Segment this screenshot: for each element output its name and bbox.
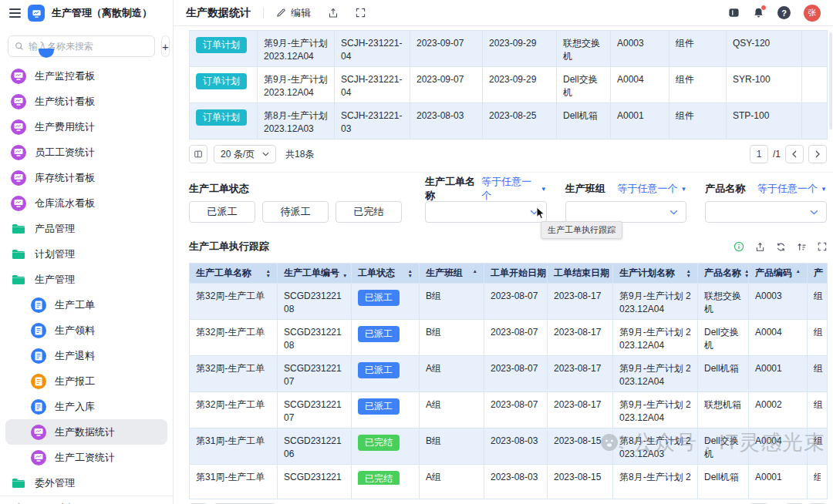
info-icon[interactable] bbox=[734, 241, 744, 252]
column-header-6[interactable]: 生产计划名称▲▼ bbox=[613, 264, 698, 284]
operator-dropdown[interactable]: 等于任意一个▼ bbox=[617, 182, 686, 196]
scrollbar[interactable] bbox=[829, 32, 832, 129]
cell: 已派工 bbox=[352, 320, 420, 356]
team-select[interactable] bbox=[565, 201, 687, 223]
search-input-box[interactable] bbox=[8, 35, 155, 57]
sort-icon[interactable]: ▲▼ bbox=[796, 269, 801, 278]
dashboard-icon bbox=[11, 170, 26, 186]
column-header-2[interactable]: 工单状态▲▼ bbox=[352, 264, 420, 284]
sidebar-item-label: 生产管理 bbox=[35, 273, 75, 287]
sort-icon[interactable]: ▲▼ bbox=[266, 269, 271, 278]
document-icon bbox=[31, 348, 46, 364]
sort-icon[interactable]: ▲▼ bbox=[473, 269, 477, 278]
column-header-3[interactable]: 生产班组▲▼ bbox=[420, 264, 484, 284]
status-filter-completed[interactable]: 已完结 bbox=[336, 201, 402, 223]
sidebar-item-outsourcing-mgmt[interactable]: 委外管理 bbox=[0, 470, 173, 496]
sidebar-item-work-report[interactable]: 生产报工 bbox=[0, 368, 173, 394]
cell: 2023-09-29 bbox=[483, 67, 557, 103]
column-header-5[interactable]: 工单结束日期▲▼ bbox=[548, 264, 613, 284]
sidebar-item-inventory-board[interactable]: 库存统计看板 bbox=[0, 165, 173, 190]
order-table-row[interactable]: 第32周-生产工单SCGD23122108已派工B组2023-08-072023… bbox=[190, 320, 828, 356]
current-page[interactable]: 1 bbox=[750, 145, 768, 163]
fullscreen-icon[interactable] bbox=[356, 8, 366, 18]
operator-dropdown[interactable]: 等于任意一个▼ bbox=[757, 182, 827, 196]
order-name-select[interactable] bbox=[425, 201, 547, 223]
sidebar-menu: 生产监控看板生产统计看板生产费用统计员工工资统计库存统计看板仓库流水看板产品管理… bbox=[0, 63, 173, 504]
export-icon[interactable] bbox=[755, 242, 765, 252]
sort-icon[interactable]: ▲▼ bbox=[408, 269, 413, 278]
status-filter-pending[interactable]: 待派工 bbox=[262, 201, 329, 223]
filter-bar: 生产工单状态 已派工 待派工 已完结 生产工单名称 等于任意一个▼ bbox=[189, 182, 827, 223]
cell: 组 bbox=[808, 284, 828, 320]
menu-toggle-icon[interactable] bbox=[9, 8, 21, 18]
sidebar-item-plan-mgmt[interactable]: 计划管理 bbox=[0, 241, 173, 267]
notifications-bell-icon[interactable] bbox=[753, 7, 764, 18]
plan-table-row[interactable]: 订单计划第9月-生产计划 2023.12A04SCJH-231221-04202… bbox=[190, 31, 828, 67]
sidebar-item-production-inbound[interactable]: 生产入库 bbox=[0, 394, 173, 419]
sidebar-item-material-request[interactable]: 生产领料 bbox=[0, 318, 173, 343]
pencil-icon bbox=[276, 8, 286, 18]
column-header-9[interactable]: 产▲▼ bbox=[808, 264, 828, 284]
sidebar-item-cost-stats[interactable]: 生产费用统计 bbox=[0, 114, 173, 139]
column-header-8[interactable]: 产品编码▲▼ bbox=[749, 264, 808, 284]
cell: 2023-08-07 bbox=[484, 320, 548, 356]
order-table-row[interactable]: 第32周-生产工单SCGD23122107已派工A组2023-08-072023… bbox=[190, 392, 828, 428]
page-size-select[interactable]: 20 条/页 bbox=[214, 145, 276, 163]
cell: Dell机箱 bbox=[698, 356, 749, 392]
sort-icon[interactable]: ▲▼ bbox=[686, 269, 691, 278]
sidebar-item-production-mgmt[interactable]: 生产管理 bbox=[0, 267, 173, 292]
panel-toggle-icon[interactable] bbox=[728, 7, 740, 18]
sidebar-item-product-mgmt[interactable]: 产品管理 bbox=[0, 216, 173, 241]
cell: 联想交换机 bbox=[557, 31, 611, 67]
sidebar-item-production-salary-stats[interactable]: 生产工资统计 bbox=[0, 445, 173, 470]
order-table-row[interactable]: 第31周-生产工单SCGD23122105已完结A组2023-08-032023… bbox=[190, 465, 828, 499]
sidebar-item-salary-stats[interactable]: 员工工资统计 bbox=[0, 139, 173, 165]
sidebar-item-material-return[interactable]: 生产退料 bbox=[0, 343, 173, 368]
edit-button[interactable]: 编辑 bbox=[276, 6, 311, 20]
order-table-row[interactable]: 第31周-生产工单SCGD23122106已完结B组2023-08-032023… bbox=[190, 428, 828, 465]
sort-icon[interactable]: ▲▼ bbox=[342, 269, 347, 278]
order-table-row[interactable]: 第32周-生产工单SCGD23122107已派工A组2023-08-072023… bbox=[190, 356, 828, 392]
help-icon[interactable]: ? bbox=[777, 6, 791, 19]
operator-dropdown[interactable]: 等于任意一个▼ bbox=[481, 175, 546, 203]
column-header-1[interactable]: 生产工单编号▲▼ bbox=[278, 264, 352, 284]
cell: Dell交换机 bbox=[557, 67, 611, 103]
status-filter-dispatched[interactable]: 已派工 bbox=[189, 201, 255, 223]
column-header-7[interactable]: 产品名称▲▼ bbox=[698, 264, 749, 284]
prev-page-button[interactable] bbox=[785, 145, 804, 163]
sidebar-item-monitor-board[interactable]: 生产监控看板 bbox=[0, 63, 173, 89]
product-select[interactable] bbox=[705, 201, 827, 223]
user-avatar[interactable]: 张 bbox=[804, 5, 821, 22]
divider bbox=[263, 8, 264, 18]
cell: SYR-100 bbox=[727, 67, 802, 103]
cell: 组 bbox=[808, 465, 828, 499]
sidebar-item-production-data-stats[interactable]: 生产数据统计 bbox=[5, 419, 167, 445]
cell: A0004 bbox=[749, 428, 808, 465]
plan-table-row[interactable]: 订单计划第9月-生产计划 2023.12A04SCJH-231221-04202… bbox=[190, 67, 828, 103]
cell: 联想机箱 bbox=[698, 392, 749, 428]
fullscreen-icon[interactable] bbox=[818, 242, 827, 251]
refresh-icon[interactable] bbox=[776, 242, 786, 252]
plan-table-row[interactable]: 订单计划第8月-生产计划 2023.12A03SCJH-231221-03202… bbox=[190, 103, 828, 139]
order-table-row[interactable]: 第32周-生产工单SCGD23122108已派工B组2023-08-072023… bbox=[190, 284, 828, 320]
caret-down-icon: ▼ bbox=[541, 186, 547, 193]
next-page-button[interactable] bbox=[808, 145, 827, 163]
sidebar-item-production-order[interactable]: 生产工单 bbox=[0, 292, 173, 318]
column-header-4[interactable]: 工单开始日期▲▼ bbox=[484, 264, 548, 284]
folder-icon bbox=[11, 249, 26, 260]
sidebar-item-admin-console[interactable]: 管理后台 bbox=[0, 496, 173, 504]
sidebar-item-stats-board[interactable]: 生产统计看板 bbox=[0, 89, 173, 114]
row-height-icon[interactable] bbox=[797, 242, 807, 252]
add-button[interactable]: + bbox=[161, 35, 170, 57]
export-icon[interactable] bbox=[328, 8, 339, 18]
column-header-0[interactable]: 生产工单名称▲▼ bbox=[190, 264, 278, 284]
cell: 已完结 bbox=[352, 428, 420, 465]
sort-icon[interactable]: ▲▼ bbox=[744, 269, 749, 278]
plan-table: 订单计划第9月-生产计划 2023.12A04SCJH-231221-04202… bbox=[189, 30, 828, 139]
status-badge: 已派工 bbox=[358, 326, 400, 342]
cell: 订单计划 bbox=[190, 103, 258, 139]
sidebar-item-warehouse-board[interactable]: 仓库流水看板 bbox=[0, 190, 173, 216]
cell: 已完结 bbox=[352, 465, 420, 499]
column-settings-button[interactable] bbox=[189, 145, 207, 163]
status-badge: 已完结 bbox=[358, 471, 400, 485]
